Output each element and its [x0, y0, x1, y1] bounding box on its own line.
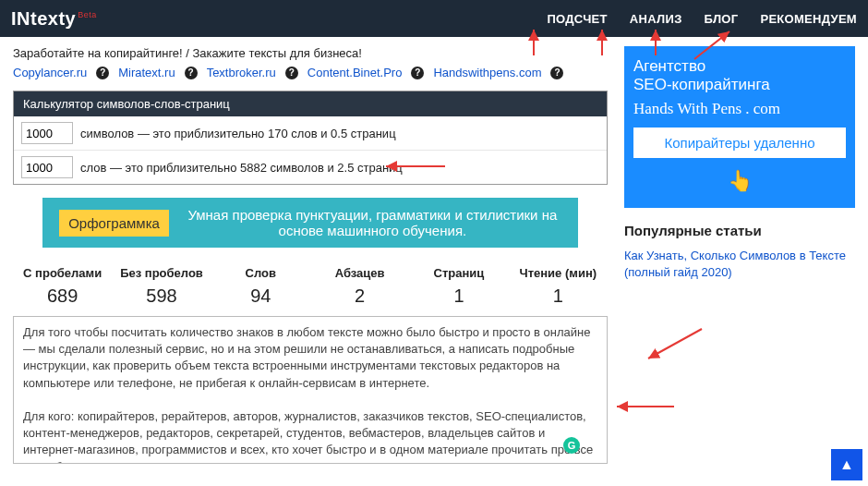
logo-beta: Beta [78, 10, 97, 19]
logo[interactable]: INtextyBeta [11, 8, 97, 30]
affiliate-links: Copylancer.ru? Miratext.ru? Textbroker.r… [13, 66, 608, 79]
nav-blog[interactable]: БЛОГ [705, 12, 739, 26]
ad-line2: SEO-копирайтинга [633, 76, 846, 94]
calculator-panel: Калькулятор символов-слов-страниц символ… [13, 91, 608, 185]
orfogrammka-text: Умная проверка пунктуации, грамматики и … [184, 207, 561, 238]
chevron-up-icon: ▲ [839, 456, 854, 473]
nav-recommend[interactable]: РЕКОМЕНДУЕМ [760, 12, 857, 26]
calc-row-chars: символов — это приблизительно 170 слов и… [14, 116, 607, 150]
affiliate-link[interactable]: Textbroker.ru [207, 66, 276, 79]
affiliate-link[interactable]: Miratext.ru [118, 66, 175, 79]
scroll-top-button[interactable]: ▲ [831, 449, 862, 480]
chars-result: символов — это приблизительно 170 слов и… [80, 127, 396, 140]
calc-row-words: слов — это приблизительно 5882 символов … [14, 150, 607, 184]
words-input[interactable] [21, 156, 73, 178]
popular-articles: Популярные статьи Как Узнать, Сколько Си… [624, 223, 855, 281]
help-icon[interactable]: ? [96, 67, 109, 79]
stat-paragraphs: Абзацев2 [310, 266, 409, 307]
orfogrammka-button[interactable]: Орфограммка [59, 210, 169, 237]
main-nav: ПОДСЧЕТ АНАЛИЗ БЛОГ РЕКОМЕНДУЕМ [547, 12, 857, 26]
popular-link[interactable]: Как Узнать, Сколько Символов в Тексте (п… [624, 249, 846, 279]
text-input-area[interactable] [13, 316, 608, 464]
words-result: слов — это приблизительно 5882 символов … [80, 161, 403, 175]
stat-no-spaces: Без пробелов598 [112, 266, 211, 307]
nav-count[interactable]: ПОДСЧЕТ [547, 12, 607, 26]
promo-line: Заработайте на копирайтинге! / Закажите … [13, 46, 608, 60]
chars-input[interactable] [21, 122, 73, 144]
help-icon[interactable]: ? [285, 67, 298, 79]
grammarly-icon[interactable]: G [563, 437, 580, 454]
stat-read-min: Чтение (мин)1 [509, 266, 608, 307]
tap-icon: 👆 [633, 169, 846, 193]
logo-text: INtexty [11, 8, 76, 29]
affiliate-link[interactable]: Content.Binet.Pro [307, 66, 403, 79]
ad-line1: Агентство [633, 57, 846, 76]
affiliate-link[interactable]: Handswithpens.com [433, 66, 541, 79]
calculator-title: Калькулятор символов-слов-страниц [14, 91, 607, 116]
stat-words: Слов94 [211, 266, 310, 307]
sidebar-ad[interactable]: Агентство SEO-копирайтинга Hands With Pe… [624, 46, 855, 208]
top-bar: INtextyBeta ПОДСЧЕТ АНАЛИЗ БЛОГ РЕКОМЕНД… [0, 0, 868, 37]
help-icon[interactable]: ? [550, 67, 563, 79]
stat-with-spaces: С пробелами689 [13, 266, 112, 307]
nav-analysis[interactable]: АНАЛИЗ [630, 12, 682, 26]
help-icon[interactable]: ? [185, 67, 198, 79]
popular-title: Популярные статьи [624, 223, 855, 238]
stats-row: С пробелами689 Без пробелов598 Слов94 Аб… [13, 266, 608, 307]
help-icon[interactable]: ? [411, 67, 424, 79]
ad-line3: Hands With Pens . com [633, 100, 846, 118]
ad-cta[interactable]: Копирайтеры удаленно [633, 128, 846, 158]
orfogrammka-banner[interactable]: Орфограммка Умная проверка пунктуации, г… [42, 198, 578, 248]
stat-pages: Страниц1 [409, 266, 508, 307]
affiliate-link[interactable]: Copylancer.ru [13, 66, 87, 79]
